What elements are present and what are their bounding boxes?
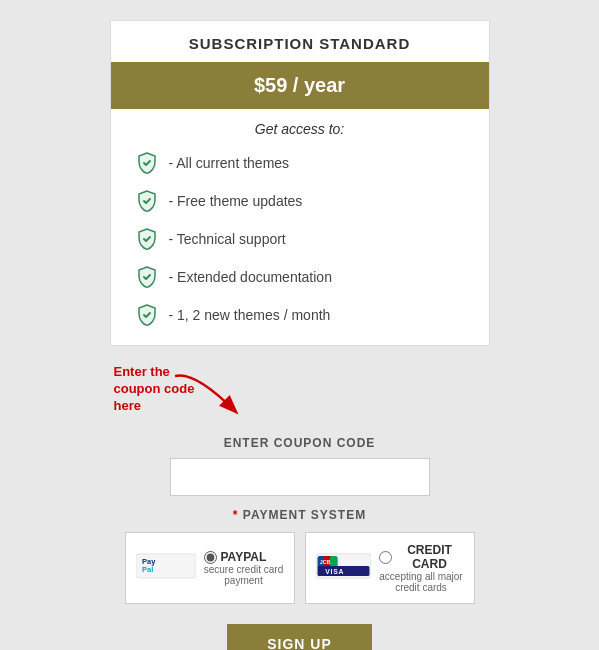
signup-button[interactable]: SIGN UP bbox=[227, 624, 372, 650]
shield-check-icon bbox=[135, 151, 159, 175]
creditcard-radio[interactable] bbox=[379, 551, 392, 564]
access-label: Get access to: bbox=[111, 121, 489, 137]
paypal-desc: secure credit card payment bbox=[204, 564, 284, 586]
payment-section: * PAYMENT SYSTEM Pay Pal PAYPAL bbox=[110, 508, 490, 604]
creditcard-logo-svg: JCB VISA bbox=[316, 550, 371, 582]
coupon-section: ENTER COUPON CODE bbox=[110, 436, 490, 496]
arrow-icon bbox=[165, 366, 285, 426]
list-item: - Free theme updates bbox=[135, 189, 465, 213]
creditcard-name: CREDIT CARD bbox=[396, 543, 464, 571]
feature-text: - All current themes bbox=[169, 155, 290, 171]
list-item: - Technical support bbox=[135, 227, 465, 251]
list-item: - Extended documentation bbox=[135, 265, 465, 289]
coupon-input[interactable] bbox=[170, 458, 430, 496]
payment-label: * PAYMENT SYSTEM bbox=[110, 508, 490, 522]
paypal-radio[interactable] bbox=[204, 551, 217, 564]
card-title: SUBSCRIPTION STANDARD bbox=[111, 21, 489, 62]
creditcard-desc: accepting all major credit cards bbox=[379, 571, 464, 593]
shield-check-icon bbox=[135, 303, 159, 327]
paypal-logo-svg: Pay Pal bbox=[136, 550, 196, 582]
shield-check-icon bbox=[135, 265, 159, 289]
paypal-logo: Pay Pal bbox=[136, 550, 196, 586]
payment-options: Pay Pal PAYPAL secure credit card paymen… bbox=[110, 532, 490, 604]
coupon-label: ENTER COUPON CODE bbox=[110, 436, 490, 450]
svg-text:VISA: VISA bbox=[325, 568, 344, 575]
shield-check-icon bbox=[135, 227, 159, 251]
paypal-label[interactable]: PAYPAL bbox=[204, 550, 267, 564]
feature-text: - Free theme updates bbox=[169, 193, 303, 209]
svg-text:Pal: Pal bbox=[142, 565, 153, 574]
feature-text: - Extended documentation bbox=[169, 269, 332, 285]
feature-text: - Technical support bbox=[169, 231, 286, 247]
creditcard-label[interactable]: CREDIT CARD bbox=[379, 543, 464, 571]
subscription-card: SUBSCRIPTION STANDARD $59 / year Get acc… bbox=[110, 20, 490, 346]
list-item: - 1, 2 new themes / month bbox=[135, 303, 465, 327]
creditcard-radio-group: CREDIT CARD accepting all major credit c… bbox=[379, 543, 464, 593]
paypal-radio-group: PAYPAL secure credit card payment bbox=[204, 550, 284, 586]
list-item: - All current themes bbox=[135, 151, 465, 175]
feature-text: - 1, 2 new themes / month bbox=[169, 307, 331, 323]
price-bar: $59 / year bbox=[111, 62, 489, 109]
paypal-option[interactable]: Pay Pal PAYPAL secure credit card paymen… bbox=[125, 532, 295, 604]
shield-check-icon bbox=[135, 189, 159, 213]
paypal-name: PAYPAL bbox=[221, 550, 267, 564]
creditcard-logo: JCB VISA bbox=[316, 550, 371, 586]
feature-list: - All current themes - Free theme update… bbox=[111, 151, 489, 327]
svg-text:JCB: JCB bbox=[319, 559, 330, 565]
creditcard-option[interactable]: JCB VISA CREDIT CARD accepting all major… bbox=[305, 532, 475, 604]
required-marker: * bbox=[233, 508, 243, 522]
